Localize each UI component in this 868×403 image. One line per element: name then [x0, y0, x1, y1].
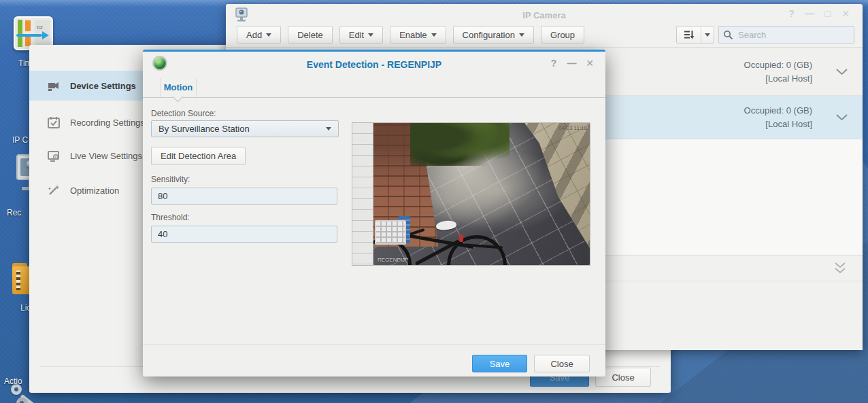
sidebar-item-label: Live View Settings — [70, 151, 142, 161]
bicycle-rear-light — [459, 234, 463, 242]
save-button[interactable]: Save — [472, 355, 527, 372]
white-basket — [375, 220, 406, 245]
close-button[interactable]: ✕ — [838, 8, 853, 19]
detection-level-strip — [352, 123, 373, 265]
help-button[interactable]: ? — [784, 8, 799, 19]
camera-live-image: 04/03 11:18 REGENPIJP — [373, 123, 590, 265]
delete-button[interactable]: Delete — [288, 26, 333, 43]
sort-button[interactable] — [676, 26, 714, 43]
sensitivity-label: Sensitivity: — [151, 175, 190, 184]
footer-divider — [143, 344, 605, 345]
enable-button[interactable]: Enable — [390, 26, 446, 43]
search-input[interactable] — [737, 27, 851, 42]
timeline-icon-bar — [25, 20, 31, 31]
toolbar: Add Delete Edit Enable Configuration Gro… — [226, 26, 863, 48]
tab-divider — [143, 97, 605, 98]
row-host-text: [Local Host] — [744, 72, 812, 86]
minimize-button[interactable]: — — [802, 8, 817, 19]
chevron-down-icon — [266, 33, 271, 37]
filmstrip-glyph — [15, 269, 22, 292]
delete-button-label: Delete — [297, 30, 323, 40]
close-button[interactable]: Close — [534, 355, 590, 372]
group-button[interactable]: Group — [541, 26, 584, 43]
sensitivity-input[interactable] — [151, 188, 337, 205]
dialog-titlebar[interactable]: Event Detection - REGENPIJP ? — ✕ — [143, 52, 605, 76]
sidebar-item-label: Optimization — [70, 186, 119, 196]
dialog-title: Event Detection - REGENPIJP — [143, 52, 605, 76]
threshold-input[interactable] — [151, 226, 337, 243]
chevron-down-icon — [519, 33, 524, 37]
chevron-down-icon — [368, 33, 373, 37]
action-rules-icon-label: Actio — [4, 376, 22, 386]
recording-settings-icon — [47, 116, 61, 129]
desktop: 02 Tim IP C Rec Lic Actio — [0, 0, 868, 403]
optimization-icon — [47, 183, 61, 197]
row-occupied-text: Occupied: 0 (GB) — [744, 104, 812, 118]
camera-timestamp-overlay: 04/03 11:18 — [558, 125, 587, 131]
timeline-icon-bar — [18, 20, 22, 47]
sort-icon — [677, 27, 701, 43]
chevron-down-icon — [326, 127, 331, 130]
camera-preview-panel: 04/03 11:18 REGENPIJP — [352, 122, 590, 266]
sidebar-item-label: Recording Settings — [70, 118, 145, 128]
sort-options-caret[interactable] — [701, 27, 714, 43]
detection-source-value: By Surveillance Station — [158, 124, 250, 134]
search-icon — [723, 30, 733, 40]
maximize-button[interactable]: □ — [820, 8, 835, 19]
row-occupied-text: Occupied: 0 (GB) — [744, 58, 812, 72]
threshold-label: Threshold: — [151, 213, 190, 222]
double-chevron-down-icon[interactable] — [834, 262, 846, 275]
detection-source-label: Detection Source: — [151, 109, 216, 118]
bushes — [410, 123, 510, 166]
configuration-button[interactable]: Configuration — [453, 26, 534, 43]
chevron-down-icon[interactable] — [836, 69, 848, 75]
help-button[interactable]: ? — [546, 58, 561, 69]
window-titlebar[interactable]: IP Camera ? — □ ✕ — [226, 4, 863, 26]
window-title: IP Camera — [226, 4, 863, 26]
close-icon[interactable]: ✕ — [582, 58, 597, 69]
configuration-button-label: Configuration — [463, 30, 515, 40]
add-button[interactable]: Add — [237, 26, 281, 43]
edit-button-label: Edit — [349, 30, 364, 40]
device-settings-icon — [47, 79, 61, 92]
minimize-button[interactable]: — — [565, 58, 580, 69]
edit-detection-area-button[interactable]: Edit Detection Area — [151, 147, 246, 165]
live-view-settings-icon — [47, 149, 61, 162]
row-host-text: [Local Host] — [744, 118, 812, 131]
search-box — [718, 26, 854, 43]
chevron-down-icon[interactable] — [836, 114, 848, 121]
chevron-down-icon — [431, 33, 437, 37]
event-detection-dialog: Event Detection - REGENPIJP ? — ✕ Motion… — [143, 50, 605, 376]
group-button-label: Group — [550, 30, 575, 40]
ip-camera-icon-label: IP C — [12, 135, 28, 145]
sidebar-item-label: Device Settings — [70, 81, 136, 91]
camera-name-overlay: REGENPIJP — [378, 257, 408, 263]
enable-button-label: Enable — [399, 30, 427, 40]
recordings-icon-label: Rec — [7, 208, 21, 217]
edit-button[interactable]: Edit — [339, 26, 383, 43]
detection-source-select[interactable]: By Surveillance Station — [151, 120, 339, 137]
timeline-icon-slider — [16, 34, 42, 37]
add-button-label: Add — [246, 30, 262, 40]
